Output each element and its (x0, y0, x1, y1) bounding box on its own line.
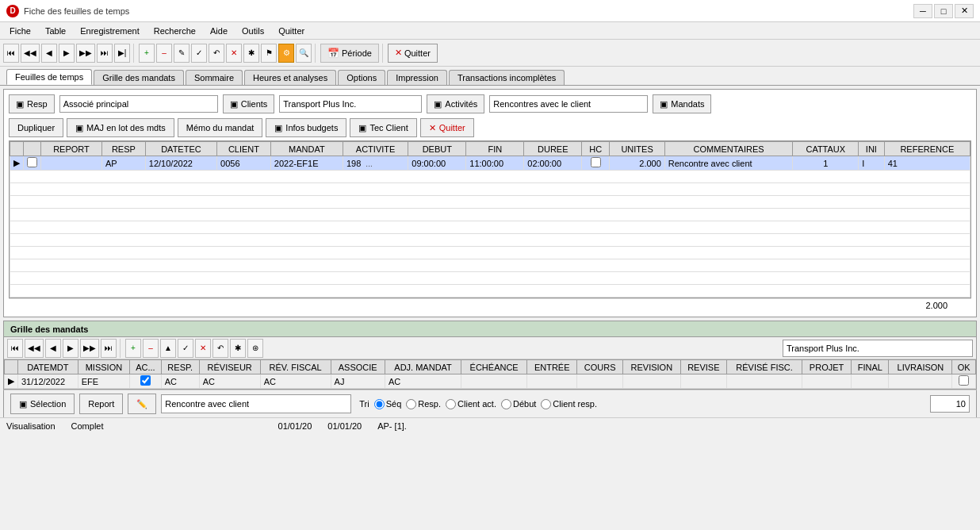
delete-button[interactable]: – (156, 44, 172, 63)
tab-options[interactable]: Options (338, 70, 385, 85)
flag-button[interactable]: ⚑ (261, 44, 277, 63)
tab-transactions-incompletes[interactable]: Transactions incomplètes (449, 70, 565, 85)
add-button[interactable]: + (139, 44, 155, 63)
col-header-activite[interactable]: ACTIVITE (343, 142, 408, 156)
grid-ok-checkbox[interactable] (959, 375, 969, 386)
grid-col-rev-fiscal[interactable]: RÉV. FISCAL (260, 360, 331, 374)
grid-nav-prev[interactable]: ◀ (45, 339, 61, 358)
grid-col-revise[interactable]: REVISE (680, 360, 726, 374)
activites-button[interactable]: ▣ Activités (427, 94, 484, 113)
activity-input[interactable] (161, 394, 351, 413)
grid-cancel-button[interactable]: ✕ (195, 339, 211, 358)
undo-button[interactable]: ↶ (209, 44, 224, 63)
grid-col-entree[interactable]: ENTRÉE (527, 360, 577, 374)
client-input[interactable] (279, 95, 422, 113)
grid-col-datemdt[interactable]: DATEMDT (18, 360, 78, 374)
dupliquer-button[interactable]: Dupliquer (9, 118, 63, 137)
radio-seq[interactable]: Séq (374, 399, 402, 409)
grid-nav-next[interactable]: ▶ (63, 339, 78, 358)
row-checkbox[interactable] (27, 157, 37, 167)
col-header-resp[interactable]: RESP (101, 142, 145, 156)
filter-button[interactable]: ⚙ (278, 44, 294, 63)
grid-client-input[interactable] (783, 340, 973, 357)
edit-button[interactable]: ✎ (174, 44, 189, 63)
radio-client-resp-input[interactable] (541, 399, 551, 409)
radio-client-resp[interactable]: Client resp. (541, 399, 597, 409)
confirm-button[interactable]: ✓ (191, 44, 207, 63)
nav-next-next-button[interactable]: ▶▶ (76, 44, 95, 63)
col-header-debut[interactable]: DEBUT (408, 142, 466, 156)
radio-resp-input[interactable] (406, 399, 416, 409)
tec-client-button[interactable]: ▣ Tec Client (350, 118, 416, 137)
grid-add-button[interactable]: + (125, 339, 141, 358)
tab-grille-des-mandats[interactable]: Grille des mandats (94, 70, 184, 85)
grid-star-button[interactable]: ✱ (230, 339, 246, 358)
col-header-report[interactable]: REPORT (41, 142, 102, 156)
clients-button[interactable]: ▣ Clients (223, 94, 275, 113)
col-header-cattaux[interactable]: CATTAUX (793, 142, 859, 156)
edit-activity-button[interactable]: ✏️ (128, 394, 156, 414)
radio-seq-input[interactable] (374, 399, 385, 409)
resp-input[interactable] (59, 95, 218, 113)
grid-ac-checkbox[interactable] (140, 375, 151, 386)
star-button[interactable]: ✱ (243, 44, 259, 63)
grid-col-ok[interactable]: OK (952, 360, 976, 374)
grid-col-livraison[interactable]: LIVRAISON (889, 360, 952, 374)
nav-prev-prev-button[interactable]: ◀◀ (21, 44, 40, 63)
radio-debut-input[interactable] (501, 399, 511, 409)
grid-cell-ok[interactable] (952, 374, 976, 389)
menu-aide[interactable]: Aide (204, 25, 234, 37)
close-button[interactable]: ✕ (955, 4, 974, 18)
nav-prev-button[interactable]: ◀ (41, 44, 57, 63)
infos-budgets-button[interactable]: ▣ Infos budgets (266, 118, 346, 137)
hc-checkbox[interactable] (591, 157, 601, 167)
col-header-fin[interactable]: FIN (466, 142, 524, 156)
grid-col-revision[interactable]: REVISION (622, 360, 680, 374)
resp-button[interactable]: ▣ Resp (9, 94, 55, 113)
grid-col-echeance[interactable]: ÉCHÉANCE (461, 360, 527, 374)
col-header-unites[interactable]: UNITES (610, 142, 665, 156)
tab-feuilles-de-temps[interactable]: Feuilles de temps (6, 69, 92, 85)
row-checkbox-cell[interactable] (24, 156, 41, 171)
grid-col-adj-mandat[interactable]: ADJ. MANDAT (385, 360, 461, 374)
grid-up-button[interactable]: ▲ (160, 339, 176, 358)
grid-col-reviseur[interactable]: RÉVISEUR (199, 360, 260, 374)
number-field[interactable] (930, 395, 970, 413)
grid-col-associe[interactable]: ASSOCIE (331, 360, 385, 374)
col-header-ini[interactable]: INI (859, 142, 884, 156)
periode-button[interactable]: 📅 Période (320, 44, 379, 63)
grid-nav-prev-prev[interactable]: ◀◀ (25, 339, 44, 358)
radio-debut[interactable]: Début (501, 399, 536, 409)
grid-col-final[interactable]: FINAL (852, 360, 889, 374)
grid-star2-button[interactable]: ⊛ (247, 339, 263, 358)
grid-confirm-button[interactable]: ✓ (178, 339, 193, 358)
radio-resp[interactable]: Resp. (406, 399, 441, 409)
menu-quitter[interactable]: Quitter (272, 25, 311, 37)
grid-col-revise-fisc[interactable]: RÉVISÉ FISC. (727, 360, 802, 374)
radio-client-act-input[interactable] (446, 399, 456, 409)
cell-hc[interactable] (582, 156, 610, 171)
grid-col-mission[interactable]: MISSION (78, 360, 130, 374)
col-header-duree[interactable]: DUREE (524, 142, 582, 156)
minimize-button[interactable]: ─ (913, 4, 932, 18)
grid-col-resp[interactable]: RESP. (161, 360, 199, 374)
col-header-reference[interactable]: REFERENCE (884, 142, 970, 156)
nav-last-button[interactable]: ⏭ (97, 44, 113, 63)
search-button[interactable]: 🔍 (296, 44, 312, 63)
maximize-button[interactable]: □ (934, 4, 953, 18)
col-header-hc[interactable]: HC (582, 142, 610, 156)
toolbar-quitter-button[interactable]: ✕ Quitter (388, 44, 438, 63)
activite-input[interactable] (489, 95, 648, 113)
col-header-client[interactable]: CLIENT (217, 142, 271, 156)
mandats-button[interactable]: ▣ Mandats (653, 94, 711, 113)
grid-col-ac[interactable]: AC... (130, 360, 162, 374)
table-row[interactable]: ▶ AP 12/10/2022 0056 2022-EF1E 198 ... 0… (10, 156, 970, 171)
col-header-commentaires[interactable]: COMMENTAIRES (664, 142, 793, 156)
menu-outils[interactable]: Outils (235, 25, 270, 37)
menu-fiche[interactable]: Fiche (3, 25, 37, 37)
tab-heures-et-analyses[interactable]: Heures et analyses (244, 70, 336, 85)
tab-sommaire[interactable]: Sommaire (186, 70, 243, 85)
grid-cell-ac[interactable] (130, 374, 162, 389)
grid-col-projet[interactable]: PROJET (802, 360, 852, 374)
menu-enregistrement[interactable]: Enregistrement (74, 25, 146, 37)
